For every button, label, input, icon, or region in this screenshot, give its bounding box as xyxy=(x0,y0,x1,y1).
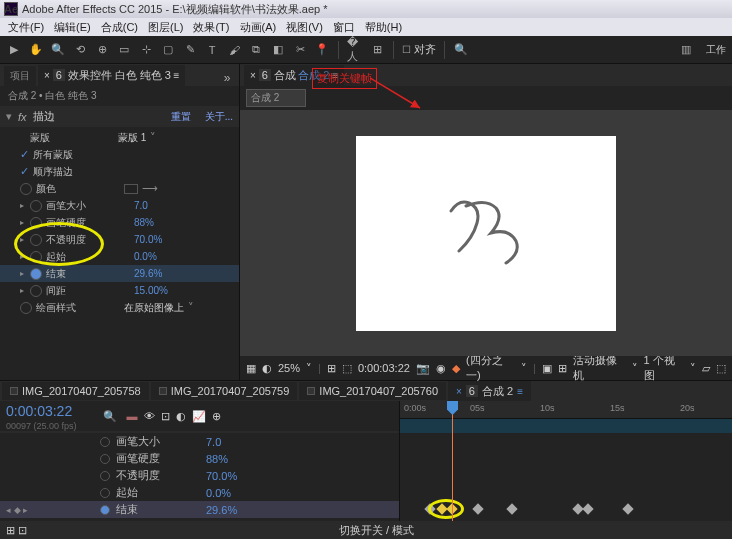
keyframe[interactable] xyxy=(472,503,483,514)
stopwatch-icon[interactable] xyxy=(30,251,42,263)
stopwatch-icon[interactable] xyxy=(100,505,110,515)
camera-dropdown[interactable]: 活动摄像机 xyxy=(573,353,626,383)
effect-about[interactable]: 关于... xyxy=(205,110,233,124)
toggle-switches-icon[interactable]: ⊞ ⊡ xyxy=(6,524,27,537)
keyframe-nav[interactable]: ◂ ◆ ▸ xyxy=(6,505,28,515)
clone-tool-icon[interactable]: ⧉ xyxy=(248,42,264,58)
grid-icon[interactable]: ▦ xyxy=(246,362,256,375)
color-swatch[interactable] xyxy=(124,184,138,194)
grid-guides-icon[interactable]: ⊞ xyxy=(558,362,567,375)
fullres-icon[interactable]: ⊞ xyxy=(327,362,336,375)
timeline-graph[interactable] xyxy=(400,433,732,521)
effect-reset[interactable]: 重置 xyxy=(171,110,191,124)
menu-comp[interactable]: 合成(C) xyxy=(97,18,142,36)
workspace-label[interactable]: 工作 xyxy=(706,43,726,57)
timeline-tab[interactable]: IMG_20170407_205760 xyxy=(299,382,446,400)
current-time[interactable]: 0:00:03:22 xyxy=(0,401,83,421)
anchor-tool-icon[interactable]: ⊹ xyxy=(138,42,154,58)
check-icon[interactable]: ✓ xyxy=(20,148,29,161)
menu-animation[interactable]: 动画(A) xyxy=(236,18,281,36)
stopwatch-icon[interactable] xyxy=(100,437,110,447)
keyframe[interactable] xyxy=(424,503,435,514)
keyframe[interactable] xyxy=(582,503,593,514)
keyframe[interactable] xyxy=(506,503,517,514)
color-mgmt-icon[interactable]: ◆ xyxy=(452,362,460,375)
timecode-display[interactable]: 0:00:03:22 xyxy=(358,362,410,374)
roi-icon[interactable]: ▣ xyxy=(542,362,552,375)
stopwatch-icon[interactable] xyxy=(30,217,42,229)
brush-tool-icon[interactable]: 🖌 xyxy=(226,42,242,58)
menu-edit[interactable]: 编辑(E) xyxy=(50,18,95,36)
channel-icon[interactable]: ⬚ xyxy=(342,362,352,375)
menu-view[interactable]: 视图(V) xyxy=(282,18,327,36)
stopwatch-icon[interactable] xyxy=(30,200,42,212)
playhead[interactable] xyxy=(452,401,453,433)
check-icon[interactable]: ✓ xyxy=(20,165,29,178)
zoom-tool-icon[interactable]: 🔍 xyxy=(50,42,66,58)
frame-blend-icon[interactable]: ⊡ xyxy=(161,410,170,423)
exposure-icon[interactable]: ⬚ xyxy=(716,362,726,375)
brush-size-value[interactable]: 7.0 xyxy=(134,200,148,211)
stopwatch-icon[interactable] xyxy=(100,471,110,481)
brush-hardness-value[interactable]: 88% xyxy=(134,217,154,228)
panel-overflow-icon[interactable]: » xyxy=(219,70,235,86)
search-icon[interactable]: 🔍 xyxy=(453,42,469,58)
search-icon[interactable]: 🔍 xyxy=(103,410,117,423)
views-dropdown[interactable]: 1 个视图 xyxy=(644,353,684,383)
timeline-tab[interactable]: IMG_20170407_205759 xyxy=(151,382,298,400)
pen-tool-icon[interactable]: ✎ xyxy=(182,42,198,58)
brainstorm-icon[interactable]: ⊕ xyxy=(212,410,221,423)
stopwatch-icon[interactable] xyxy=(100,454,110,464)
menu-window[interactable]: 窗口 xyxy=(329,18,359,36)
stopwatch-icon[interactable] xyxy=(30,285,42,297)
menu-effect[interactable]: 效果(T) xyxy=(189,18,233,36)
zoom-value[interactable]: 25% xyxy=(278,362,300,374)
stopwatch-icon[interactable] xyxy=(30,268,42,280)
eraser-tool-icon[interactable]: ◧ xyxy=(270,42,286,58)
stopwatch-icon[interactable] xyxy=(100,488,110,498)
snap-tool-icon[interactable]: ⊞ xyxy=(369,42,385,58)
resolution-dropdown[interactable]: (四分之一) xyxy=(466,353,515,383)
motion-blur-icon[interactable]: ◐ xyxy=(176,410,186,423)
start-value[interactable]: 0.0% xyxy=(134,251,157,262)
composition-viewer[interactable] xyxy=(240,110,732,356)
panel-menu-icon[interactable]: ▥ xyxy=(678,42,694,58)
end-value[interactable]: 29.6% xyxy=(134,268,162,279)
menu-help[interactable]: 帮助(H) xyxy=(361,18,406,36)
work-area-bar[interactable] xyxy=(400,419,732,433)
tab-project[interactable]: 项目 xyxy=(4,66,36,86)
spacing-value[interactable]: 15.00% xyxy=(134,285,168,296)
fx-toggle[interactable]: fx xyxy=(18,111,27,123)
show-channel-icon[interactable]: ◉ xyxy=(436,362,446,375)
stopwatch-icon[interactable] xyxy=(20,183,32,195)
text-tool-icon[interactable]: T xyxy=(204,42,220,58)
graph-icon[interactable]: 📈 xyxy=(192,410,206,423)
selection-tool-icon[interactable]: ▶ xyxy=(6,42,22,58)
tab-effect-controls[interactable]: × 6 效果控件 白色 纯色 3 ≡ xyxy=(38,65,185,86)
snapshot-icon[interactable]: 📷 xyxy=(416,362,430,375)
axis-tool-icon[interactable]: �人 xyxy=(347,42,363,58)
timeline-tab[interactable]: IMG_20170407_205758 xyxy=(2,382,149,400)
stopwatch-icon[interactable] xyxy=(20,302,32,314)
comp-mini-icon[interactable]: ▬ xyxy=(127,410,138,423)
camera-tool-icon[interactable]: ▭ xyxy=(116,42,132,58)
mask-dropdown[interactable]: 蒙版 1 xyxy=(118,131,146,145)
puppet-tool-icon[interactable]: 📍 xyxy=(314,42,330,58)
menu-file[interactable]: 文件(F) xyxy=(4,18,48,36)
hand-tool-icon[interactable]: ✋ xyxy=(28,42,44,58)
menu-layer[interactable]: 图层(L) xyxy=(144,18,187,36)
toggle-switches-label[interactable]: 切换开关 / 模式 xyxy=(27,523,726,538)
opacity-value[interactable]: 70.0% xyxy=(134,234,162,245)
shape-tool-icon[interactable]: ▢ xyxy=(160,42,176,58)
timeline-tab-active[interactable]: × 6 合成 2 ≡ xyxy=(448,381,531,402)
roto-tool-icon[interactable]: ✂ xyxy=(292,42,308,58)
align-checkbox[interactable]: ☐ 对齐 xyxy=(402,42,436,57)
shy-icon[interactable]: 👁 xyxy=(144,410,155,423)
rotate-tool-icon[interactable]: ⊕ xyxy=(94,42,110,58)
paint-style-dropdown[interactable]: 在原始图像上 xyxy=(124,301,184,315)
orbit-tool-icon[interactable]: ⟲ xyxy=(72,42,88,58)
stopwatch-icon[interactable] xyxy=(30,234,42,246)
fastpreview-icon[interactable]: ▱ xyxy=(702,362,710,375)
keyframe[interactable] xyxy=(622,503,633,514)
mask-toggle-icon[interactable]: ◐ xyxy=(262,362,272,375)
